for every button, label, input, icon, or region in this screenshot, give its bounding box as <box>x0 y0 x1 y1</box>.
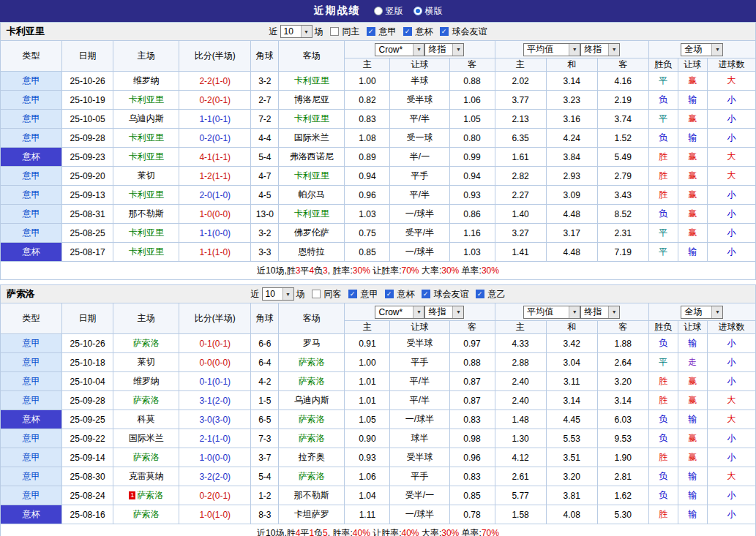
score[interactable]: 1-1(1-0) <box>179 243 251 262</box>
bookmaker-select[interactable]: Crow*▼ <box>375 43 424 56</box>
euro-source-select[interactable]: 平均值▼ <box>523 306 580 319</box>
result-scope-select[interactable]: 全场▼ <box>681 43 723 56</box>
away-team-name[interactable]: 那不勒斯 <box>294 490 329 500</box>
chevron-down-icon: ▼ <box>569 306 580 318</box>
euro-away-odds: 2.64 <box>597 353 648 372</box>
home-team-name[interactable]: 维罗纳 <box>133 75 160 86</box>
score[interactable]: 0-2(0-1) <box>179 129 251 148</box>
home-team-name[interactable]: 莱切 <box>138 170 155 181</box>
checkbox-label[interactable]: 意杯 <box>416 26 433 38</box>
away-team-name[interactable]: 博洛尼亚 <box>294 94 329 105</box>
home-team-name[interactable]: 那不勒斯 <box>129 208 164 219</box>
score[interactable]: 3-1(2-0) <box>179 391 251 410</box>
layout-radio-0[interactable]: 竖版 <box>374 5 403 18</box>
checkbox-意甲[interactable] <box>367 27 375 36</box>
score[interactable]: 0-2(0-1) <box>179 91 251 110</box>
asian-stage-select[interactable]: 终指▼ <box>424 306 464 319</box>
home-team-name[interactable]: 萨索洛 <box>133 338 160 348</box>
home-team-name[interactable]: 萨索洛 <box>133 395 160 405</box>
away-team-name[interactable]: 拉齐奥 <box>299 452 325 462</box>
score[interactable]: 1-1(0-1) <box>179 110 251 129</box>
score[interactable]: 1-0(1-0) <box>179 505 251 524</box>
recent-count-select[interactable]: 10▼ <box>262 287 294 301</box>
checkbox-label[interactable]: 球会友谊 <box>452 26 487 38</box>
score[interactable]: 2-2(1-0) <box>179 72 251 91</box>
score[interactable]: 0-1(0-1) <box>179 372 251 391</box>
away-team-name[interactable]: 乌迪内斯 <box>294 395 329 405</box>
home-team-name[interactable]: 克雷莫纳 <box>129 471 164 481</box>
home-team-name[interactable]: 乌迪内斯 <box>129 113 164 124</box>
away-team-name[interactable]: 卡利亚里 <box>294 208 329 219</box>
checkbox-label[interactable]: 同客 <box>324 288 342 301</box>
away-team-name[interactable]: 萨索洛 <box>299 471 325 481</box>
away-team-name[interactable]: 国际米兰 <box>294 132 329 143</box>
home-team-name[interactable]: 萨索洛 <box>133 509 160 519</box>
score[interactable]: 3-2(2-0) <box>179 467 251 486</box>
asian-away-odds: 0.94 <box>449 167 495 186</box>
away-team-name[interactable]: 卡利亚里 <box>294 170 329 181</box>
home-team-name[interactable]: 萨索洛 <box>133 452 160 462</box>
euro-stage-select[interactable]: 终指▼ <box>580 306 620 319</box>
home-team-name[interactable]: 卡利亚里 <box>129 189 164 200</box>
score[interactable]: 2-0(1-0) <box>179 186 251 205</box>
score[interactable]: 0-0(0-0) <box>179 353 251 372</box>
euro-away-odds: 2.31 <box>597 224 648 243</box>
checkbox-意杯[interactable] <box>385 290 394 298</box>
summary-text: 近10场,胜4平1负5, 胜率:40% 让胜率:40% 大率:30% 单率:70… <box>1 524 756 536</box>
score[interactable]: 1-0(0-0) <box>179 205 251 224</box>
checkbox-意杯[interactable] <box>403 27 412 36</box>
handicap-result: 赢 <box>678 110 707 129</box>
euro-stage-select[interactable]: 终指▼ <box>580 43 620 56</box>
home-team-name[interactable]: 卡利亚里 <box>129 151 164 162</box>
layout-radio-1[interactable]: 横版 <box>413 5 443 18</box>
recent-count-select[interactable]: 10▼ <box>280 25 312 38</box>
euro-away-odds: 1.88 <box>597 334 648 353</box>
away-team-name[interactable]: 萨索洛 <box>299 357 325 367</box>
result-scope-select[interactable]: 全场▼ <box>681 306 723 319</box>
home-team-name[interactable]: 维罗纳 <box>133 376 160 386</box>
checkbox-label[interactable]: 球会友谊 <box>434 288 469 301</box>
checkbox-意甲[interactable] <box>348 290 357 298</box>
checkbox-球会友谊[interactable] <box>440 27 449 36</box>
home-team-name[interactable]: 科莫 <box>138 414 155 424</box>
away-team-name[interactable]: 弗洛西诺尼 <box>290 151 334 162</box>
away-team-name[interactable]: 萨索洛 <box>299 376 325 386</box>
away-team-name[interactable]: 萨索洛 <box>299 414 325 424</box>
home-team-name[interactable]: 卡利亚里 <box>129 227 164 238</box>
checkbox-label[interactable]: 意杯 <box>397 288 415 301</box>
checkbox-同客[interactable] <box>312 290 321 298</box>
home-team-name[interactable]: 国际米兰 <box>129 433 164 443</box>
score[interactable]: 0-2(0-1) <box>179 486 251 505</box>
away-team-name[interactable]: 卡坦萨罗 <box>294 509 329 519</box>
checkbox-label[interactable]: 意甲 <box>379 26 397 38</box>
score[interactable]: 2-1(1-0) <box>179 429 251 448</box>
result: 胜 <box>648 167 678 186</box>
score[interactable]: 1-2(1-1) <box>179 167 251 186</box>
away-team-name[interactable]: 帕尔马 <box>299 189 325 200</box>
euro-source-select[interactable]: 平均值▼ <box>523 43 580 56</box>
checkbox-label[interactable]: 同主 <box>343 26 360 38</box>
away-team-name[interactable]: 卡利亚里 <box>294 75 329 86</box>
home-team-name[interactable]: 卡利亚里 <box>129 132 164 143</box>
checkbox-球会友谊[interactable] <box>422 290 430 298</box>
home-team-name[interactable]: 萨索洛 <box>137 490 163 500</box>
score[interactable]: 3-0(3-0) <box>179 410 251 429</box>
checkbox-意乙[interactable] <box>476 290 484 298</box>
away-team-name[interactable]: 佛罗伦萨 <box>294 227 329 238</box>
bookmaker-select[interactable]: Crow*▼ <box>375 306 424 319</box>
away-team-name[interactable]: 恩特拉 <box>299 246 325 257</box>
away-team-name[interactable]: 卡利亚里 <box>294 113 329 124</box>
asian-stage-select[interactable]: 终指▼ <box>424 43 464 56</box>
score[interactable]: 1-1(0-0) <box>179 224 251 243</box>
checkbox-同主[interactable] <box>330 27 339 36</box>
score[interactable]: 1-0(0-0) <box>179 448 251 467</box>
home-team-name[interactable]: 卡利亚里 <box>129 246 164 257</box>
away-team-name[interactable]: 罗马 <box>303 338 321 348</box>
score[interactable]: 0-1(0-1) <box>179 334 251 353</box>
checkbox-label[interactable]: 意甲 <box>361 288 378 301</box>
score[interactable]: 4-1(1-1) <box>179 148 251 167</box>
checkbox-label[interactable]: 意乙 <box>488 288 506 301</box>
home-team-name[interactable]: 莱切 <box>138 357 155 367</box>
away-team-name[interactable]: 萨索洛 <box>299 433 325 443</box>
home-team-name[interactable]: 卡利亚里 <box>129 94 164 105</box>
